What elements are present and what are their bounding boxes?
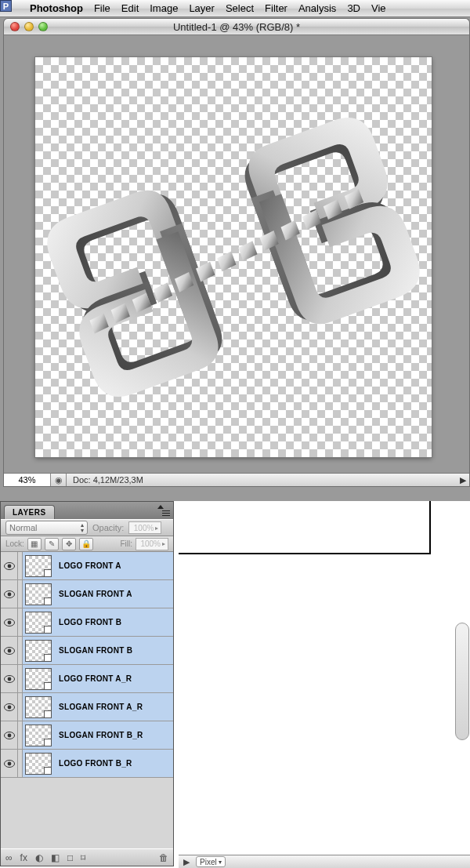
lock-transparency-button[interactable]: ▦ [27,538,42,550]
document-viewport[interactable]: 43% ◉ Doc: 4,12M/23,3M ▶ [3,35,470,487]
smart-object-badge-icon [44,739,52,746]
smart-object-badge-icon [44,682,52,690]
opacity-field[interactable]: 100% ▸ [128,521,161,534]
layer-gutter [18,608,23,636]
fill-label: Fill: [120,539,132,548]
opacity-value: 100% [134,524,154,532]
menu-image[interactable]: Image [150,2,178,14]
layer-row[interactable]: LOGO FRONT B [1,608,173,637]
layer-mask-icon[interactable]: ◐ [35,852,43,863]
adjustment-layer-icon[interactable]: ◧ [51,852,60,863]
window-titlebar[interactable]: Untitled-1 @ 43% (RGB/8) * [3,18,470,35]
layer-thumbnail[interactable] [25,725,52,746]
menu-filter[interactable]: Filter [265,2,287,14]
layer-gutter [18,750,23,777]
layer-name[interactable]: LOGO FRONT B [54,618,121,626]
visibility-toggle[interactable] [1,552,18,579]
layer-row[interactable]: SLOGAN FRONT A [1,580,173,608]
menu-layer[interactable]: Layer [189,2,215,14]
visibility-toggle[interactable] [1,580,18,608]
eye-icon [4,562,15,570]
layer-group-icon[interactable]: □ [67,852,73,863]
svg-point-20 [7,648,11,652]
layer-name[interactable]: SLOGAN FRONT B [54,646,132,655]
visibility-toggle[interactable] [1,693,18,721]
layer-thumbnail[interactable] [25,612,52,634]
eye-icon [4,619,15,626]
layer-name[interactable]: LOGO FRONT B_R [54,759,132,768]
smart-object-badge-icon [44,569,52,577]
close-button[interactable] [10,22,20,31]
eye-icon [4,675,15,683]
svg-point-18 [7,620,11,624]
units-value: Pixel [200,858,217,866]
layer-style-icon[interactable]: fx [20,852,27,863]
info-arrow-icon[interactable]: ▶ [183,857,190,867]
svg-point-14 [7,564,11,568]
layer-row[interactable]: SLOGAN FRONT B [1,637,173,665]
layer-row[interactable]: SLOGAN FRONT B_R [1,721,173,750]
lower-workspace: ▶ Pixel ▾ LAYERS Normal ▴▾ Opacity: 100%… [0,501,470,868]
layer-name[interactable]: SLOGAN FRONT B_R [54,731,143,739]
lock-fill-row: Lock: ▦ ✎ ✥ 🔒 Fill: 100% ▸ [1,536,173,552]
menu-view[interactable]: Vie [371,2,386,14]
app-menu[interactable]: Photoshop [30,2,83,14]
layer-thumbnail[interactable] [25,583,52,605]
menu-select[interactable]: Select [226,2,254,14]
new-layer-icon[interactable]: ⌑ [81,852,85,863]
vertical-scrollbar[interactable] [455,623,469,740]
lock-all-button[interactable]: 🔒 [79,538,93,550]
smart-object-badge-icon [44,710,52,718]
fill-value: 100% [140,539,161,548]
eye-icon [4,590,15,598]
status-menu-arrow-icon[interactable]: ▶ [457,475,469,485]
doc-size-info[interactable]: Doc: 4,12M/23,3M [67,475,457,485]
layer-name[interactable]: SLOGAN FRONT A_R [54,703,143,711]
delete-layer-icon[interactable]: 🗑 [159,852,168,863]
fill-field[interactable]: 100% ▸ [136,538,168,550]
lock-pixels-button[interactable]: ✎ [45,538,59,550]
units-dropdown[interactable]: Pixel ▾ [196,856,226,867]
lock-label: Lock: [5,539,24,548]
zoom-button[interactable] [38,22,48,31]
layer-name[interactable]: SLOGAN FRONT A [54,590,132,598]
blend-mode-dropdown[interactable]: Normal ▴▾ [5,521,88,535]
layer-name[interactable]: LOGO FRONT A_R [54,674,132,683]
layer-row[interactable]: LOGO FRONT B_R [1,750,173,778]
zoom-field[interactable]: 43% [4,474,51,487]
canvas[interactable] [35,57,432,457]
options-panel-frame [179,501,431,554]
visibility-toggle[interactable] [1,608,18,636]
eye-icon [4,732,15,739]
layer-thumbnail[interactable] [25,555,52,577]
menu-file[interactable]: File [94,2,110,14]
panel-menu-icon[interactable] [157,505,170,516]
visibility-toggle[interactable] [1,637,18,664]
layer-row[interactable]: SLOGAN FRONT A_R [1,693,173,721]
status-options-icon[interactable]: ◉ [51,474,67,487]
layer-list[interactable]: LOGO FRONT ASLOGAN FRONT ALOGO FRONT BSL… [1,552,173,848]
lock-position-button[interactable]: ✥ [62,538,76,550]
layer-name[interactable]: LOGO FRONT A [54,561,121,570]
layer-thumbnail[interactable] [25,696,52,718]
link-layers-icon[interactable]: ∞ [5,852,13,863]
layers-panel: LAYERS Normal ▴▾ Opacity: 100% ▸ Lock: ▦… [0,501,174,866]
eye-icon [4,703,15,711]
layer-thumbnail[interactable] [25,753,52,775]
visibility-toggle[interactable] [1,750,18,777]
menu-3d[interactable]: 3D [347,2,360,14]
layer-thumbnail[interactable] [25,668,52,690]
layer-row[interactable]: LOGO FRONT A_R [1,665,173,693]
ps-app-badge: P [0,0,12,12]
visibility-toggle[interactable] [1,721,18,749]
smart-object-badge-icon [44,767,52,775]
mac-menubar: Photoshop File Edit Image Layer Select F… [0,0,470,17]
visibility-toggle[interactable] [1,665,18,692]
menu-analysis[interactable]: Analysis [298,2,336,14]
menu-edit[interactable]: Edit [121,2,139,14]
layer-row[interactable]: LOGO FRONT A [1,552,173,580]
layer-gutter [18,580,23,608]
minimize-button[interactable] [24,22,34,31]
layer-thumbnail[interactable] [25,640,52,662]
tab-layers[interactable]: LAYERS [4,505,55,519]
